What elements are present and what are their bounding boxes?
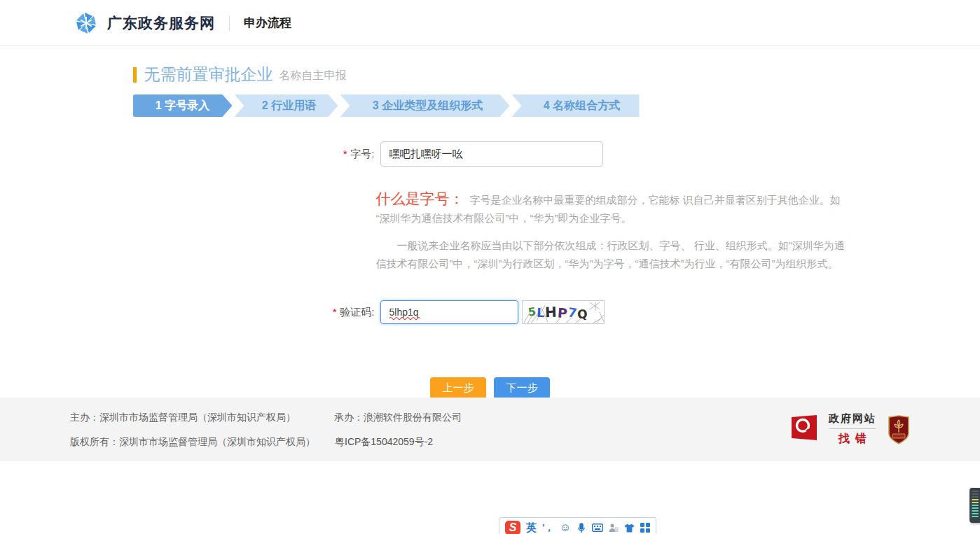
next-step-button[interactable]: 下一步 [494, 377, 550, 399]
gdzwfw-logo-icon [74, 10, 99, 36]
icp-number[interactable]: 粤ICP备15042059号-2 [335, 436, 433, 447]
action-buttons: 上一步 下一步 [133, 377, 848, 399]
footer-line-1: 主办：深圳市市场监督管理局（深圳市知识产权局）承办：浪潮软件股份有限公司 [70, 410, 462, 424]
soft-keyboard-icon[interactable] [592, 524, 603, 532]
required-asterisk: * [333, 307, 336, 318]
page-title-row: 无需前置审批企业 名称自主申报 [133, 64, 848, 85]
page-subtitle: 名称自主申报 [279, 66, 347, 83]
emoji-icon[interactable]: ☺ [560, 521, 571, 534]
skin-tshirt-icon[interactable] [624, 524, 635, 533]
user-dict-icon[interactable] [609, 523, 619, 533]
step-tab-1[interactable]: 1 字号录入 [133, 94, 233, 117]
previous-step-button[interactable]: 上一步 [430, 377, 486, 399]
footer: 主办：深圳市市场监督管理局（深圳市知识产权局）承办：浪潮软件股份有限公司 版权所… [0, 398, 980, 461]
header-divider [229, 15, 230, 31]
main-content: 无需前置审批企业 名称自主申报 1 字号录入 2 行业用语 3 企业类型及组织形… [133, 64, 848, 399]
error-badge-line1: 政府网站 [829, 412, 876, 426]
header: 广东政务服务网 申办流程 [0, 0, 980, 46]
help-paragraph-2: 一般说来企业名称应当由以下部分依次组成：行政区划、字号、 行业、组织形式。如“深… [376, 237, 847, 273]
footer-badges: 政府网站 找错 [790, 412, 910, 447]
captcha-label: *验证码: [133, 300, 375, 324]
tradename-help: 什么是字号：字号是企业名称中最重要的组成部分，它能标 识自己并显著区别于其他企业… [376, 190, 847, 273]
footer-info: 主办：深圳市市场监督管理局（深圳市知识产权局）承办：浪潮软件股份有限公司 版权所… [70, 410, 462, 449]
host-label: 主办： [70, 412, 99, 423]
step-tab-3[interactable]: 3 企业类型及组织形式 [340, 94, 510, 117]
error-report-magnifier-icon [790, 415, 822, 444]
captcha-char: H [545, 304, 558, 321]
host-name: 深圳市市场监督管理局（深圳市知识产权局） [99, 412, 296, 423]
captcha-text: 5LHP7Q [528, 301, 588, 323]
captcha-row: *验证码: 5LHP7Q [133, 300, 848, 324]
undertake-name: 浪潮软件股份有限公司 [364, 412, 462, 423]
help-paragraph-1: 什么是字号：字号是企业名称中最重要的组成部分，它能标 识自己并显著区别于其他企业… [376, 190, 847, 227]
header-subtitle: 申办流程 [244, 15, 291, 31]
step-tab-2[interactable]: 2 行业用语 [235, 94, 338, 117]
captcha-input[interactable] [380, 300, 518, 324]
tradename-row: *字号: [133, 141, 848, 167]
captcha-input-wrap [380, 300, 518, 324]
error-badge-line2: 找错 [833, 432, 872, 447]
title-accent-bar [133, 67, 137, 83]
toolbox-grid-icon[interactable] [640, 523, 650, 533]
tradename-input[interactable] [380, 141, 603, 167]
copyright-name: 深圳市市场监督管理局（深圳市知识产权局） [119, 436, 315, 447]
captcha-image[interactable]: 5LHP7Q [522, 300, 605, 324]
captcha-label-text: 验证码: [340, 306, 374, 318]
captcha-char: P [557, 305, 567, 321]
page-title: 无需前置审批企业 [144, 64, 273, 85]
microphone-icon[interactable] [577, 523, 586, 533]
step-tab-4[interactable]: 4 名称组合方式 [512, 94, 640, 117]
sogou-logo-icon[interactable]: S [505, 521, 520, 534]
required-asterisk: * [343, 148, 347, 160]
tradename-label-text: 字号: [350, 148, 374, 160]
recorder-level-widget[interactable] [969, 488, 980, 523]
punctuation-indicator[interactable]: ’， [542, 521, 554, 534]
help-title: 什么是字号： [376, 190, 464, 206]
step-wizard: 1 字号录入 2 行业用语 3 企业类型及组织形式 4 名称组合方式 [133, 94, 848, 117]
captcha-char: L [536, 304, 545, 320]
site-title: 广东政务服务网 [107, 13, 215, 33]
gov-site-error-report-badge[interactable]: 政府网站 找错 [790, 412, 876, 447]
error-report-text: 政府网站 找错 [829, 412, 876, 447]
tradename-label: *字号: [133, 141, 375, 167]
captcha-char: 7 [567, 304, 578, 321]
footer-line-2: 版权所有：深圳市市场监督管理局（深圳市知识产权局）粤ICP备15042059号-… [70, 435, 462, 449]
captcha-char: 5 [527, 304, 537, 318]
captcha-char: Q [577, 307, 588, 322]
undertake-label: 承办： [334, 412, 364, 423]
copyright-label: 版权所有： [70, 436, 119, 447]
error-badge-divider [829, 428, 876, 429]
language-mode-indicator[interactable]: 英 [526, 521, 537, 534]
sogou-ime-toolbar[interactable]: S 英 ’， ☺ [499, 517, 656, 534]
certification-shield-badge[interactable] [888, 415, 910, 444]
